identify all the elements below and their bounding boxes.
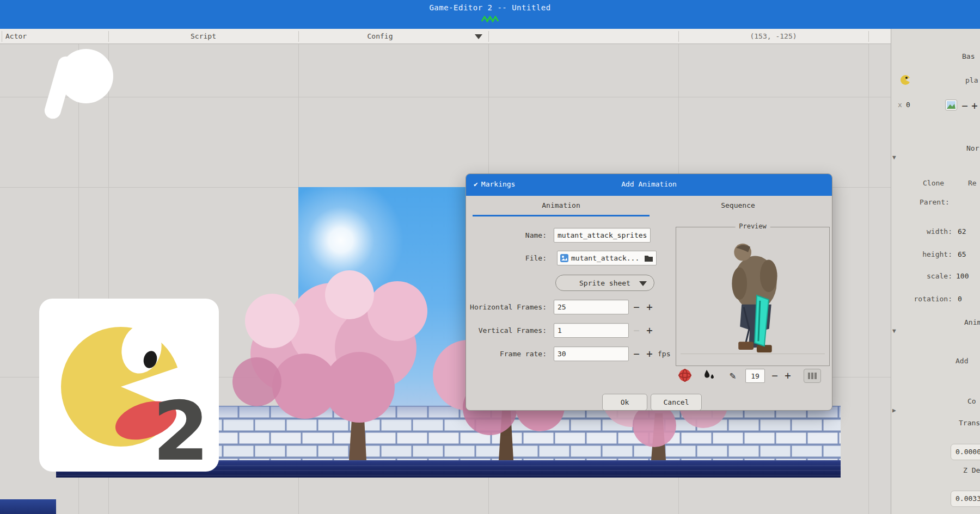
collapse-triangle-icon[interactable]: ▼ (892, 327, 896, 335)
zdepth-header: Z De (963, 466, 980, 474)
framerate-input[interactable] (554, 346, 629, 361)
height-label: height: (893, 250, 952, 258)
fps-unit-label: fps (658, 346, 674, 361)
panel-basic-header: Bas (962, 52, 975, 60)
mutant-sprite-preview (703, 232, 801, 356)
panel-normal-header: Nor (966, 144, 979, 152)
hframes-label: Horizontal Frames: (466, 300, 547, 314)
panel-x-plus-button[interactable]: + (969, 98, 980, 113)
add-button[interactable]: Add (955, 357, 968, 365)
rotation-label: rotation: (893, 295, 952, 303)
scale-value[interactable]: 100 (956, 272, 969, 280)
menu-divider (488, 31, 489, 42)
frame-minus-button[interactable]: − (769, 368, 781, 383)
rotation-value[interactable]: 0 (958, 295, 962, 303)
file-value: mutant_attack... (571, 254, 641, 262)
cancel-button[interactable]: Cancel (651, 394, 702, 411)
rename-button[interactable]: Re (968, 179, 977, 187)
green-waveform-icon (481, 15, 499, 23)
sphere-tool-icon[interactable] (678, 368, 692, 382)
properties-panel: Bas pla x 0 − + Nor ▼ Clone Re Parent: w… (891, 29, 980, 514)
height-value[interactable]: 65 (958, 250, 966, 258)
image-thumb-button[interactable] (945, 100, 957, 110)
image-thumb-icon (946, 100, 957, 110)
window-titlebar: Game-Editor 2 -- Untitled (0, 0, 980, 29)
menu-item-actor[interactable]: Actor (5, 29, 38, 44)
dialog-titlebar[interactable]: ✔ Markings Add Animation (466, 174, 832, 196)
transparency-field[interactable]: 0.0000 (951, 444, 980, 460)
cursor-coordinates: (153, -125) (678, 29, 868, 44)
dialog-title: Add Animation (466, 180, 832, 188)
svg-text:2: 2 (152, 384, 209, 472)
file-thumb-icon (560, 254, 568, 262)
menu-divider (868, 31, 869, 42)
window-title: Game-Editor 2 -- Untitled (0, 3, 980, 12)
preview-legend: Preview (735, 222, 770, 230)
panel-x-label: x (898, 101, 902, 109)
game-editor-window: { "window": { "title": "Game-Editor 2 --… (0, 0, 980, 514)
pencil-icon[interactable]: ✎ (726, 368, 740, 382)
framerate-label: Frame rate: (466, 346, 547, 361)
hframes-input[interactable] (554, 300, 629, 314)
dialog-tabs: Animation Sequence (466, 196, 832, 216)
animation-type-value: Sprite sheet (579, 279, 630, 287)
frame-number-input[interactable] (745, 369, 765, 383)
hframes-minus-button[interactable]: − (630, 300, 642, 314)
panel-collision-header: Co (967, 397, 976, 405)
file-input[interactable]: mutant_attack... (557, 251, 657, 265)
hframes-plus-button[interactable]: + (644, 300, 656, 314)
menu-item-config[interactable]: Config (298, 29, 462, 44)
ok-button[interactable]: Ok (602, 394, 647, 411)
frames-grid-button[interactable] (804, 369, 821, 383)
dropdown-caret-icon (639, 281, 647, 286)
menu-item-script[interactable]: Script (108, 29, 298, 44)
navy-platform-corner[interactable] (0, 499, 56, 514)
panel-x-value[interactable]: 0 (906, 101, 910, 109)
name-input[interactable] (554, 228, 651, 243)
name-label: Name: (466, 228, 547, 243)
config-dropdown-caret-icon[interactable] (475, 34, 482, 39)
droplets-icon[interactable] (702, 368, 716, 382)
framerate-minus-button[interactable]: − (630, 346, 642, 361)
panel-animation-header: Anim (964, 318, 980, 326)
player-actor-icon (900, 75, 911, 85)
scale-label: scale: (893, 272, 952, 280)
menu-bar: Actor Script Config (153, -125) (0, 29, 891, 44)
vframes-label: Vertical Frames: (466, 323, 547, 338)
vframes-input[interactable] (554, 323, 629, 338)
parent-label: Parent: (920, 198, 950, 206)
game-editor-2-logo: 2 (39, 299, 219, 472)
animation-type-dropdown[interactable]: Sprite sheet (555, 275, 654, 291)
framerate-plus-button[interactable]: + (644, 346, 656, 361)
clone-button[interactable]: Clone (923, 179, 944, 187)
menu-left-divider (2, 31, 2, 42)
expand-triangle-icon[interactable]: ▶ (892, 407, 896, 414)
frame-plus-button[interactable]: + (782, 368, 794, 383)
vframes-plus-button[interactable]: + (644, 323, 656, 338)
file-label: File: (466, 251, 547, 265)
transparency-header: Transpa (959, 419, 980, 427)
file-browse-icon[interactable] (644, 254, 653, 262)
width-value[interactable]: 62 (958, 227, 966, 236)
collapse-triangle-icon[interactable]: ▼ (892, 154, 896, 161)
tab-sequence[interactable]: Sequence (650, 196, 826, 216)
frames-grid-icon (808, 373, 817, 379)
patreon-logo (44, 47, 117, 120)
tab-animation[interactable]: Animation (473, 196, 650, 216)
add-animation-dialog: ✔ Markings Add Animation Animation Seque… (465, 174, 832, 411)
zdepth-field[interactable]: 0.0033 (951, 491, 980, 507)
preview-panel: Preview (676, 227, 830, 366)
width-label: width: (893, 227, 952, 236)
vframes-minus-button: − (630, 323, 642, 338)
panel-player-label: pla (965, 76, 978, 84)
